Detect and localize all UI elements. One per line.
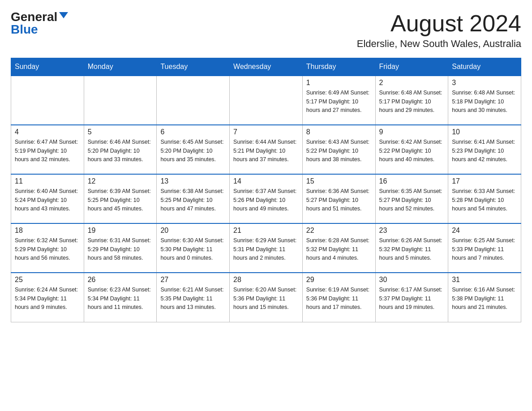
calendar-cell: 31Sunrise: 6:16 AM Sunset: 5:38 PM Dayli…: [448, 273, 521, 322]
day-number: 21: [233, 227, 299, 235]
day-number: 18: [15, 227, 80, 235]
day-number: 10: [452, 128, 517, 136]
week-row-3: 11Sunrise: 6:40 AM Sunset: 5:24 PM Dayli…: [11, 174, 521, 223]
day-info: Sunrise: 6:24 AM Sunset: 5:34 PM Dayligh…: [15, 286, 80, 312]
day-info: Sunrise: 6:35 AM Sunset: 5:27 PM Dayligh…: [379, 187, 445, 213]
logo: General Blue: [11, 11, 68, 37]
day-number: 1: [306, 79, 372, 87]
page-header: General Blue August 2024 Elderslie, New …: [11, 11, 521, 50]
calendar-cell: 22Sunrise: 6:28 AM Sunset: 5:32 PM Dayli…: [302, 223, 375, 273]
day-info: Sunrise: 6:49 AM Sunset: 5:17 PM Dayligh…: [306, 89, 372, 115]
day-number: 15: [306, 177, 372, 185]
day-info: Sunrise: 6:41 AM Sunset: 5:23 PM Dayligh…: [452, 138, 517, 164]
title-area: August 2024 Elderslie, New South Wales, …: [357, 11, 521, 50]
day-info: Sunrise: 6:38 AM Sunset: 5:25 PM Dayligh…: [160, 187, 226, 213]
day-info: Sunrise: 6:48 AM Sunset: 5:17 PM Dayligh…: [379, 89, 445, 115]
day-info: Sunrise: 6:46 AM Sunset: 5:20 PM Dayligh…: [88, 138, 153, 164]
calendar-cell: 20Sunrise: 6:30 AM Sunset: 5:30 PM Dayli…: [157, 223, 230, 273]
calendar-cell: 23Sunrise: 6:26 AM Sunset: 5:32 PM Dayli…: [375, 223, 448, 273]
calendar-cell: 28Sunrise: 6:20 AM Sunset: 5:36 PM Dayli…: [230, 273, 303, 322]
calendar-cell: 11Sunrise: 6:40 AM Sunset: 5:24 PM Dayli…: [11, 174, 84, 223]
calendar-cell: 30Sunrise: 6:17 AM Sunset: 5:37 PM Dayli…: [375, 273, 448, 322]
day-number: 16: [379, 177, 445, 185]
month-title: August 2024: [357, 11, 521, 36]
calendar-cell: 1Sunrise: 6:49 AM Sunset: 5:17 PM Daylig…: [302, 76, 375, 125]
day-number: 29: [306, 276, 372, 284]
calendar-cell: [11, 76, 84, 125]
day-info: Sunrise: 6:33 AM Sunset: 5:28 PM Dayligh…: [452, 187, 517, 213]
calendar-cell: 5Sunrise: 6:46 AM Sunset: 5:20 PM Daylig…: [84, 125, 157, 174]
day-info: Sunrise: 6:36 AM Sunset: 5:27 PM Dayligh…: [306, 187, 372, 213]
day-number: 13: [160, 177, 226, 185]
day-info: Sunrise: 6:20 AM Sunset: 5:36 PM Dayligh…: [233, 286, 299, 312]
header-row: SundayMondayTuesdayWednesdayThursdayFrid…: [11, 58, 521, 76]
calendar-cell: 12Sunrise: 6:39 AM Sunset: 5:25 PM Dayli…: [84, 174, 157, 223]
calendar-table: SundayMondayTuesdayWednesdayThursdayFrid…: [11, 58, 521, 322]
day-info: Sunrise: 6:29 AM Sunset: 5:31 PM Dayligh…: [233, 236, 299, 262]
column-header-saturday: Saturday: [448, 58, 521, 76]
day-info: Sunrise: 6:47 AM Sunset: 5:19 PM Dayligh…: [15, 138, 80, 164]
day-number: 5: [88, 128, 153, 136]
column-header-monday: Monday: [84, 58, 157, 76]
day-info: Sunrise: 6:31 AM Sunset: 5:29 PM Dayligh…: [88, 236, 153, 262]
day-info: Sunrise: 6:42 AM Sunset: 5:22 PM Dayligh…: [379, 138, 445, 164]
calendar-cell: 19Sunrise: 6:31 AM Sunset: 5:29 PM Dayli…: [84, 223, 157, 273]
day-number: 25: [15, 276, 80, 284]
week-row-2: 4Sunrise: 6:47 AM Sunset: 5:19 PM Daylig…: [11, 125, 521, 174]
day-number: 4: [15, 128, 80, 136]
logo-general: General: [11, 11, 57, 23]
day-number: 8: [306, 128, 372, 136]
logo-triangle-icon: [59, 12, 68, 18]
day-info: Sunrise: 6:43 AM Sunset: 5:22 PM Dayligh…: [306, 138, 372, 164]
week-row-4: 18Sunrise: 6:32 AM Sunset: 5:29 PM Dayli…: [11, 223, 521, 273]
calendar-cell: 3Sunrise: 6:48 AM Sunset: 5:18 PM Daylig…: [448, 76, 521, 125]
day-info: Sunrise: 6:26 AM Sunset: 5:32 PM Dayligh…: [379, 236, 445, 262]
calendar-cell: 26Sunrise: 6:23 AM Sunset: 5:34 PM Dayli…: [84, 273, 157, 322]
location-title: Elderslie, New South Wales, Australia: [357, 38, 521, 50]
column-header-tuesday: Tuesday: [157, 58, 230, 76]
calendar-cell: 2Sunrise: 6:48 AM Sunset: 5:17 PM Daylig…: [375, 76, 448, 125]
day-number: 11: [15, 177, 80, 185]
calendar-cell: 24Sunrise: 6:25 AM Sunset: 5:33 PM Dayli…: [448, 223, 521, 273]
day-number: 2: [379, 79, 445, 87]
calendar-cell: 18Sunrise: 6:32 AM Sunset: 5:29 PM Dayli…: [11, 223, 84, 273]
calendar-cell: 13Sunrise: 6:38 AM Sunset: 5:25 PM Dayli…: [157, 174, 230, 223]
day-info: Sunrise: 6:30 AM Sunset: 5:30 PM Dayligh…: [160, 236, 226, 262]
day-info: Sunrise: 6:17 AM Sunset: 5:37 PM Dayligh…: [379, 286, 445, 312]
calendar-cell: 16Sunrise: 6:35 AM Sunset: 5:27 PM Dayli…: [375, 174, 448, 223]
week-row-1: 1Sunrise: 6:49 AM Sunset: 5:17 PM Daylig…: [11, 76, 521, 125]
calendar-cell: 29Sunrise: 6:19 AM Sunset: 5:36 PM Dayli…: [302, 273, 375, 322]
day-info: Sunrise: 6:32 AM Sunset: 5:29 PM Dayligh…: [15, 236, 80, 262]
calendar-cell: 25Sunrise: 6:24 AM Sunset: 5:34 PM Dayli…: [11, 273, 84, 322]
day-number: 12: [88, 177, 153, 185]
day-info: Sunrise: 6:45 AM Sunset: 5:20 PM Dayligh…: [160, 138, 226, 164]
day-number: 27: [160, 276, 226, 284]
day-info: Sunrise: 6:40 AM Sunset: 5:24 PM Dayligh…: [15, 187, 80, 213]
day-info: Sunrise: 6:37 AM Sunset: 5:26 PM Dayligh…: [233, 187, 299, 213]
day-number: 17: [452, 177, 517, 185]
day-info: Sunrise: 6:48 AM Sunset: 5:18 PM Dayligh…: [452, 89, 517, 115]
day-number: 19: [88, 227, 153, 235]
calendar-cell: 4Sunrise: 6:47 AM Sunset: 5:19 PM Daylig…: [11, 125, 84, 174]
column-header-sunday: Sunday: [11, 58, 84, 76]
calendar-cell: 17Sunrise: 6:33 AM Sunset: 5:28 PM Dayli…: [448, 174, 521, 223]
day-info: Sunrise: 6:19 AM Sunset: 5:36 PM Dayligh…: [306, 286, 372, 312]
day-number: 23: [379, 227, 445, 235]
day-info: Sunrise: 6:25 AM Sunset: 5:33 PM Dayligh…: [452, 236, 517, 262]
day-number: 7: [233, 128, 299, 136]
day-number: 24: [452, 227, 517, 235]
day-info: Sunrise: 6:21 AM Sunset: 5:35 PM Dayligh…: [160, 286, 226, 312]
calendar-cell: [84, 76, 157, 125]
day-number: 28: [233, 276, 299, 284]
day-number: 14: [233, 177, 299, 185]
day-number: 22: [306, 227, 372, 235]
day-info: Sunrise: 6:16 AM Sunset: 5:38 PM Dayligh…: [452, 286, 517, 312]
day-info: Sunrise: 6:28 AM Sunset: 5:32 PM Dayligh…: [306, 236, 372, 262]
calendar-cell: 21Sunrise: 6:29 AM Sunset: 5:31 PM Dayli…: [230, 223, 303, 273]
week-row-5: 25Sunrise: 6:24 AM Sunset: 5:34 PM Dayli…: [11, 273, 521, 322]
calendar-cell: 15Sunrise: 6:36 AM Sunset: 5:27 PM Dayli…: [302, 174, 375, 223]
column-header-wednesday: Wednesday: [230, 58, 303, 76]
calendar-cell: [157, 76, 230, 125]
day-info: Sunrise: 6:23 AM Sunset: 5:34 PM Dayligh…: [88, 286, 153, 312]
column-header-thursday: Thursday: [302, 58, 375, 76]
